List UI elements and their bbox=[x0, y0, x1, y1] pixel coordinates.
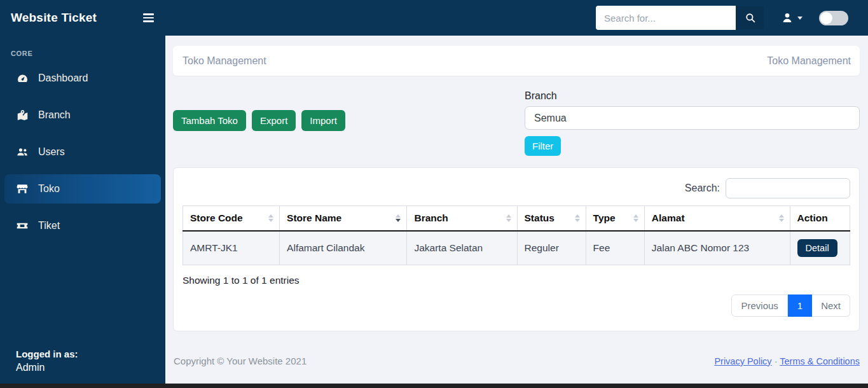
sidebar-item-toko[interactable]: Toko bbox=[4, 174, 161, 204]
sidebar-item-tiket[interactable]: Tiket bbox=[0, 207, 165, 244]
logged-in-label: Logged in as: bbox=[16, 349, 149, 359]
bottom-edge-bar bbox=[0, 384, 868, 388]
hamburger-icon bbox=[143, 13, 154, 15]
sort-icon bbox=[506, 214, 511, 222]
export-button[interactable]: Export bbox=[252, 110, 296, 131]
column-header-type[interactable]: Type bbox=[586, 206, 644, 232]
chevron-down-icon bbox=[797, 17, 803, 20]
sidebar-item-label: Dashboard bbox=[38, 73, 88, 84]
table-row: AMRT-JK1 Alfamart Cilandak Jakarta Selat… bbox=[183, 231, 850, 265]
pagination: Previous 1 Next bbox=[183, 294, 850, 317]
table-card: Search: Store Code Store Name bbox=[173, 167, 860, 331]
table-search-input[interactable] bbox=[726, 178, 850, 198]
toolbar-filter-row: Tambah Toko Export Import Branch Semua F… bbox=[173, 90, 860, 156]
column-header-action: Action bbox=[790, 206, 850, 232]
sort-icon bbox=[633, 214, 638, 222]
sidebar-section-core: CORE bbox=[0, 36, 165, 60]
hamburger-icon bbox=[143, 17, 154, 18]
sidebar-item-label: Toko bbox=[38, 183, 60, 195]
tambah-toko-button[interactable]: Tambah Toko bbox=[173, 110, 246, 131]
branch-label: Branch bbox=[525, 90, 860, 102]
sort-icon bbox=[396, 214, 401, 222]
table-search: Search: bbox=[183, 178, 850, 198]
sidebar-item-branch[interactable]: Branch bbox=[0, 97, 165, 134]
sidebar-item-label: Branch bbox=[38, 109, 71, 121]
search-icon bbox=[745, 12, 756, 24]
pagination-next[interactable]: Next bbox=[812, 294, 850, 317]
logged-in-user: Admin bbox=[16, 362, 149, 373]
cell-alamat: Jalan ABC Nomor 123 bbox=[644, 231, 790, 265]
cell-status: Reguler bbox=[517, 231, 586, 265]
import-button[interactable]: Import bbox=[301, 110, 345, 131]
filter-button[interactable]: Filter bbox=[525, 136, 561, 156]
privacy-policy-link[interactable]: Privacy Policy bbox=[714, 356, 771, 366]
sidebar-item-users[interactable]: Users bbox=[0, 134, 165, 170]
pagination-previous[interactable]: Previous bbox=[731, 294, 787, 317]
footer: Copyright © Your Website 2021 Privacy Po… bbox=[165, 356, 868, 384]
breadcrumb: Toko Management Toko Management bbox=[173, 46, 860, 76]
column-header-branch[interactable]: Branch bbox=[407, 206, 517, 232]
navbar-search-input[interactable] bbox=[596, 6, 736, 30]
logged-in-box: Logged in as: Admin bbox=[0, 349, 165, 384]
content: Toko Management Toko Management Tambah T… bbox=[165, 36, 868, 331]
cell-action: Detail bbox=[790, 231, 850, 265]
sidebar-item-label: Users bbox=[38, 146, 65, 158]
toolbar: Tambah Toko Export Import bbox=[173, 90, 525, 156]
navbar-search-button[interactable] bbox=[736, 6, 764, 30]
sidebar-toggle-button[interactable] bbox=[143, 10, 160, 26]
app-title: Website Ticket bbox=[0, 11, 143, 25]
sidebar-item-dashboard[interactable]: Dashboard bbox=[0, 60, 165, 97]
table-info: Showing 1 to 1 of 1 entries bbox=[183, 275, 850, 286]
table-header-row: Store Code Store Name Branch bbox=[183, 206, 850, 232]
sort-icon bbox=[268, 214, 273, 222]
footer-links: Privacy Policy · Terms & Conditions bbox=[714, 356, 860, 366]
toggle-knob bbox=[820, 12, 832, 24]
user-menu[interactable] bbox=[781, 11, 803, 24]
cell-branch: Jakarta Selatan bbox=[407, 231, 517, 265]
cell-type: Fee bbox=[586, 231, 644, 265]
sidebar: CORE Dashboard Branch bbox=[0, 36, 165, 384]
branch-select[interactable]: Semua bbox=[525, 106, 860, 130]
branch-filter: Branch Semua Filter bbox=[525, 90, 860, 156]
breadcrumb-current: Toko Management bbox=[767, 55, 851, 67]
terms-conditions-link[interactable]: Terms & Conditions bbox=[780, 356, 860, 366]
ticket-icon bbox=[16, 219, 29, 232]
toko-table: Store Code Store Name Branch bbox=[183, 205, 850, 265]
column-header-store-name[interactable]: Store Name bbox=[280, 206, 407, 232]
column-header-status[interactable]: Status bbox=[517, 206, 586, 232]
users-icon bbox=[16, 146, 29, 158]
tachometer-icon bbox=[16, 72, 29, 85]
pagination-page-1[interactable]: 1 bbox=[788, 294, 812, 317]
detail-button[interactable]: Detail bbox=[797, 239, 837, 257]
page-layout: CORE Dashboard Branch bbox=[0, 36, 868, 384]
user-icon bbox=[781, 11, 794, 24]
hamburger-icon bbox=[143, 20, 154, 22]
top-navbar: Website Ticket bbox=[0, 0, 868, 36]
sort-icon bbox=[779, 214, 784, 222]
copyright-text: Copyright © Your Website 2021 bbox=[174, 356, 307, 366]
store-icon bbox=[16, 183, 29, 195]
navbar-search bbox=[596, 6, 764, 30]
column-header-store-code[interactable]: Store Code bbox=[183, 206, 280, 232]
sort-icon bbox=[575, 214, 580, 222]
table-search-label: Search: bbox=[685, 183, 720, 194]
map-marked-icon bbox=[16, 109, 29, 121]
sidebar-item-label: Tiket bbox=[38, 220, 60, 232]
page-title: Toko Management bbox=[183, 55, 266, 67]
cell-store-name: Alfamart Cilandak bbox=[280, 231, 407, 265]
main-area: Toko Management Toko Management Tambah T… bbox=[165, 36, 868, 384]
cell-store-code: AMRT-JK1 bbox=[183, 231, 280, 265]
column-header-alamat[interactable]: Alamat bbox=[644, 206, 790, 232]
footer-separator: · bbox=[775, 356, 778, 366]
theme-toggle-switch[interactable] bbox=[819, 11, 848, 25]
